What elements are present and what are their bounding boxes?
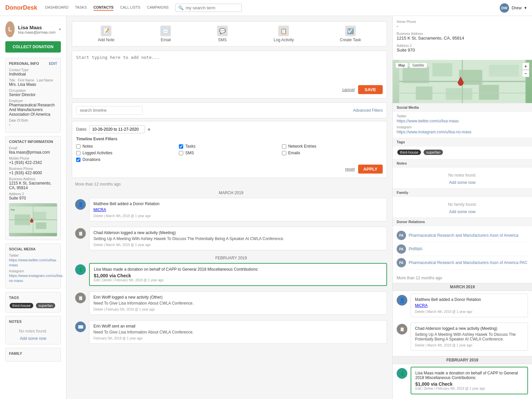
timeline-item: 📋 Erin Wolff logged a new activity (Othe…: [75, 291, 387, 315]
svg-rect-13: [489, 65, 519, 76]
sms-icon: 💬: [217, 26, 228, 36]
tag-chip[interactable]: third-house: [10, 303, 33, 308]
create-task-action[interactable]: ☑️ Create Task: [340, 26, 361, 42]
donor-name-link[interactable]: Pharmaceutical Research and Manufacturer…: [409, 233, 518, 238]
filter-reset-button[interactable]: reset: [345, 165, 355, 174]
timeline-title: Chad Alderson logged a new activity (Mee…: [93, 230, 383, 235]
donor-name-link[interactable]: PhRMA: [409, 247, 422, 251]
nav-campaigns[interactable]: CAMPAIGNS: [147, 5, 169, 11]
map-zoom-out[interactable]: −: [522, 70, 529, 77]
map-zoom-in[interactable]: +: [522, 63, 529, 70]
timeline-detail: Setting Up A Meeting With Ashley Hawek T…: [93, 236, 383, 241]
add-note-link[interactable]: Add some now: [9, 336, 57, 341]
chevron-down-icon[interactable]: ▾: [524, 5, 527, 10]
user-avatar[interactable]: DW: [500, 3, 509, 13]
filter-apply-button[interactable]: APPLY: [358, 165, 383, 174]
email-icon: ✉️: [160, 26, 171, 36]
log-activity-action[interactable]: 📋 Log Activity: [274, 26, 294, 42]
search-input[interactable]: [186, 5, 239, 10]
right-add-note-link[interactable]: Add some now: [397, 180, 528, 185]
date-range-input[interactable]: [89, 125, 145, 133]
right-timeline-item: 👤 Matthew Bell added a Donor Relation Mi…: [397, 294, 528, 317]
filter-emails-checkbox[interactable]: [282, 151, 286, 155]
filter-sms[interactable]: SMS: [179, 151, 280, 155]
right-timeline-footer: Edit | Delete | February 5th, 2019 @ 1 y…: [415, 387, 523, 390]
timeline-title: Erin Wolff logged a new activity (Other): [93, 295, 383, 300]
notes-empty: No notes found.: [9, 326, 57, 336]
add-note-action[interactable]: 📝 Add Note: [98, 26, 114, 42]
filter-network-entries-checkbox[interactable]: [282, 144, 286, 149]
twitter-link-right[interactable]: https://www.twitter.com/u/lisa-maas: [397, 119, 528, 123]
timeline-content: Erin Wolff sent an email Need To Give Li…: [89, 320, 387, 344]
nav-contacts[interactable]: CONTACTS: [93, 5, 113, 11]
donor-badge: PA: [397, 244, 406, 254]
filter-notes-checkbox[interactable]: [76, 144, 80, 149]
twitter-link[interactable]: https://www.twitter.com/u/lisa-maas: [9, 258, 57, 267]
logo[interactable]: DonorDesk: [5, 4, 37, 11]
timeline-content: Erin Wolff logged a new activity (Other)…: [89, 291, 387, 315]
tag-chip-right[interactable]: third-house: [397, 150, 421, 155]
filter-tasks-checkbox[interactable]: [179, 144, 183, 149]
right-donor-relations-section: Donor Relations PA Pharmaceutical Resear…: [393, 217, 532, 273]
user-name[interactable]: Drew: [512, 5, 522, 10]
middle-panel: 📝 Add Note ✉️ Email 💬 SMS 📋 Log Activity…: [66, 16, 392, 399]
filter-tasks[interactable]: Tasks: [179, 144, 280, 149]
nav-dashboard[interactable]: DASHBOARD: [45, 5, 68, 11]
timeline-item: 👤 Matthew Bell added a Donor Relation Mi…: [75, 198, 387, 221]
timeline-search-bar: Advanced Filters: [72, 102, 387, 118]
instagram-link[interactable]: https://www.instagram.com/u/lisa-no-mass: [9, 274, 64, 283]
profile-header: L Lisa Maas lisa.maas@prmaa.com ▾: [5, 21, 61, 37]
map-tab-satellite[interactable]: Satellite: [409, 63, 427, 68]
tag-chip-right[interactable]: superfan: [424, 150, 443, 155]
tag-chip[interactable]: superfan: [36, 303, 56, 308]
donor-name-link[interactable]: Pharmaceutical Research and Manufacturer…: [409, 260, 527, 265]
contact-type-row: Contact Type Individual: [9, 68, 57, 76]
tags-section: Tags third-house superfan: [5, 292, 61, 313]
calendar-icon[interactable]: ≡: [148, 127, 150, 132]
filter-logged-activities[interactable]: Logged Activities: [76, 151, 177, 155]
twitter-row: Twitter https://www.twitter.com/u/lisa-m…: [9, 254, 57, 267]
top-navigation: DonorDesk DASHBOARD TASKS CONTACTS CALL …: [0, 0, 532, 16]
family-section: Family: [5, 348, 61, 362]
filter-sms-checkbox[interactable]: [179, 151, 183, 155]
left-sidebar: L Lisa Maas lisa.maas@prmaa.com ▾ COLLEC…: [0, 16, 66, 399]
nav-search-container: 🔍: [175, 4, 242, 12]
right-timeline-footer: Delete | March 4th, 2019 @ 1 year ago: [415, 310, 524, 314]
profile-avatar: L: [5, 21, 15, 37]
svg-rect-3: [36, 222, 46, 229]
filter-donations[interactable]: Donations: [76, 157, 177, 162]
map-tab-map[interactable]: Map: [395, 63, 408, 68]
address-row: Business Address 1215 K St, Sacramento, …: [9, 177, 57, 190]
profile-chevron-icon[interactable]: ▾: [59, 27, 61, 32]
timeline-footer: Delete | February 5th, 2019 @ 1 year ago: [93, 308, 383, 311]
timeline-detail: Need To Give Lisa Information About CWLA…: [93, 301, 383, 306]
nav-call-lists[interactable]: CALL LISTS: [120, 5, 140, 11]
map-large: Map Satellite + −: [393, 60, 532, 103]
email-action[interactable]: ✉️ Email: [160, 26, 171, 42]
advanced-filters-link[interactable]: Advanced Filters: [353, 108, 383, 113]
note-cancel-button[interactable]: cancel: [342, 85, 355, 94]
nav-links: DASHBOARD TASKS CONTACTS CALL LISTS CAMP…: [45, 5, 169, 11]
micra-link[interactable]: MiCRA: [93, 207, 106, 212]
filter-emails[interactable]: Emails: [282, 151, 383, 155]
personal-info-edit[interactable]: edit: [49, 62, 57, 66]
note-save-button[interactable]: SAVE: [358, 85, 383, 94]
nav-tasks[interactable]: TASKS: [75, 5, 87, 11]
collect-donation-button[interactable]: COLLECT DONATION: [5, 41, 61, 53]
timeline-content: Matthew Bell added a Donor Relation MiCR…: [89, 198, 387, 221]
filter-network-entries[interactable]: Network Entries: [282, 144, 383, 149]
right-social-title: Social Media: [393, 103, 532, 112]
filter-notes[interactable]: Notes: [76, 144, 177, 149]
timeline-footer: Delete | March 4th, 2019 @ 1 year ago: [93, 214, 383, 218]
timeline-search-input[interactable]: [76, 106, 143, 115]
right-add-family-link[interactable]: Add some now: [397, 209, 528, 214]
filter-donations-checkbox[interactable]: [76, 158, 80, 162]
right-feb-header: FEBRUARY 2019: [393, 356, 532, 364]
instagram-link-right[interactable]: https://www.instagram.com/u/lisa-no-mass: [397, 130, 528, 134]
business-phone-row: Business Phone +1 (916) 422-8000: [9, 167, 57, 175]
note-textarea[interactable]: [76, 55, 383, 81]
right-micra-link[interactable]: MiCRA: [415, 303, 428, 308]
timeline-item-donation: 💲 Lisa Maas made a donation on behalf of…: [75, 263, 387, 286]
filter-logged-activities-checkbox[interactable]: [76, 151, 80, 155]
sms-action[interactable]: 💬 SMS: [217, 26, 228, 42]
